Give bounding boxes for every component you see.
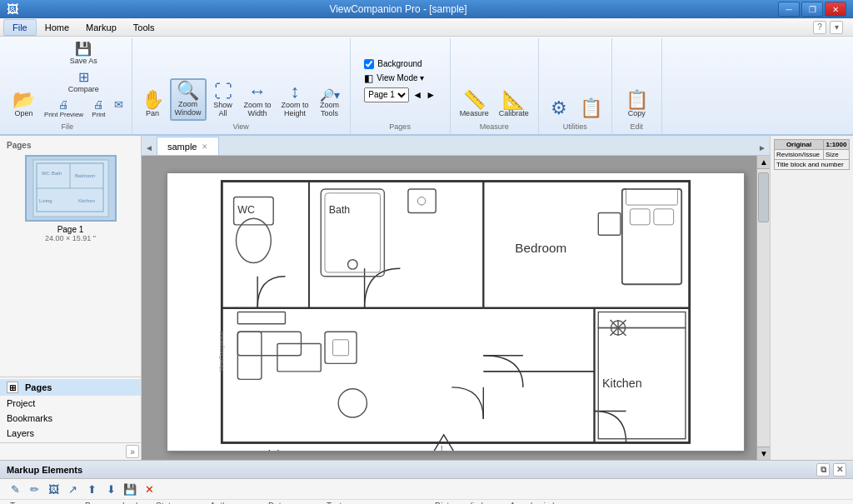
zoom-window-button[interactable]: 🔍 ZoomWindow — [170, 78, 207, 121]
sidebar-tab-pages[interactable]: ⊞ Pages — [0, 379, 141, 396]
markup-panel: Markup Elements ⧉ ✕ ✎ ✏ 🖼 ↗ ⬆ ⬇ 💾 ✕ Type… — [0, 460, 853, 504]
pages-group-label: Pages — [389, 122, 411, 132]
svg-text:ViewCompanion: ViewCompanion — [218, 331, 225, 372]
view-mode-label: View Mode ▾ — [377, 73, 424, 82]
view-group-label: View — [232, 122, 248, 132]
svg-text:!: ! — [441, 444, 442, 451]
markup-float-btn[interactable]: ⧉ — [816, 463, 830, 477]
minimize-button[interactable]: ─ — [778, 2, 800, 17]
markup-title: Markup Elements — [7, 465, 82, 475]
restore-button[interactable]: ❐ — [801, 2, 823, 17]
svg-text:Living: Living — [39, 198, 52, 203]
markup-add-btn[interactable]: ✎ — [7, 481, 23, 497]
zoom-tools-button[interactable]: 🔎▾ ZoomTools — [315, 87, 345, 121]
menu-file[interactable]: File — [3, 19, 37, 36]
sidebar: Pages WC Bath Bedroom Living — [0, 136, 142, 460]
ribbon-help-btn[interactable]: ? — [813, 21, 826, 34]
right-panel-table: Original 1:1000 Revision/Issue Size Titl… — [774, 139, 850, 170]
page-nav-next[interactable]: ► — [426, 89, 436, 101]
utilities-group-label: Utilities — [563, 122, 587, 132]
file-group-label: File — [62, 122, 74, 132]
sidebar-collapse-btn[interactable]: » — [126, 445, 139, 458]
pages-panel-label: Pages — [3, 139, 137, 152]
menu-tools[interactable]: Tools — [125, 19, 163, 36]
sidebar-tabs: ⊞ Pages Project Bookmarks Layers — [0, 377, 141, 442]
project-tab-label: Project — [7, 398, 35, 408]
markup-toolbar: ✎ ✏ 🖼 ↗ ⬆ ⬇ 💾 ✕ — [0, 479, 853, 500]
tab-nav-left[interactable]: ◄ — [142, 140, 157, 155]
right-panel: Original 1:1000 Revision/Issue Size Titl… — [770, 136, 853, 460]
measure-button[interactable]: 📏 Measure — [456, 88, 493, 121]
page-label: Page 1 — [45, 225, 96, 234]
measure-group-label: Measure — [480, 122, 509, 132]
pages-panel: Pages WC Bath Bedroom Living — [0, 136, 141, 377]
markup-edit-btn[interactable]: ✏ — [26, 481, 42, 497]
menu-home[interactable]: Home — [37, 19, 77, 36]
print-button[interactable]: 🖨 Print — [88, 97, 108, 121]
svg-text:Bath: Bath — [329, 204, 351, 216]
calibrate-button[interactable]: 📐 Calibrate — [495, 88, 533, 121]
zoom-width-button[interactable]: ↔ Zoom toWidth — [240, 80, 276, 121]
scroll-up-btn[interactable]: ▲ — [757, 156, 770, 169]
scroll-down-btn[interactable]: ▼ — [757, 447, 770, 460]
svg-text:Bedroom: Bedroom — [75, 173, 95, 178]
close-button[interactable]: ✕ — [825, 2, 846, 17]
open-button[interactable]: 📂 Open — [8, 88, 39, 121]
layers-tab-label: Layers — [7, 428, 34, 438]
page-size: 24.00 × 15.91 " — [45, 234, 96, 242]
svg-text:Kitchen: Kitchen — [78, 198, 95, 203]
markup-header: Markup Elements ⧉ ✕ — [0, 461, 853, 479]
save-as-button[interactable]: 💾 Save As — [41, 40, 127, 67]
svg-text:WC: WC — [237, 204, 255, 216]
svg-text:Living Room: Living Room — [262, 448, 327, 451]
edit-group-label: Edit — [630, 122, 643, 132]
markup-save-btn[interactable]: 💾 — [122, 481, 138, 497]
sidebar-tab-layers[interactable]: Layers — [0, 426, 141, 441]
markup-down-btn[interactable]: ⬇ — [102, 481, 119, 497]
copy-button[interactable]: 📋 Copy — [621, 88, 652, 121]
svg-text:WC Bath: WC Bath — [42, 171, 62, 176]
ribbon-options-btn[interactable]: ▾ — [830, 21, 843, 34]
title-bar-title: ViewCompanion Pro - [sample] — [18, 3, 778, 15]
tab-bar: ◄ sample ✕ ► — [142, 136, 770, 156]
ribbon-group-utilities: ⚙ 📋 Utilities — [539, 38, 612, 134]
markup-image-btn[interactable]: 🖼 — [45, 481, 62, 497]
zoom-height-button[interactable]: ↕ Zoom toHeight — [277, 80, 313, 121]
markup-arrow-btn[interactable]: ↗ — [64, 481, 81, 497]
utilities-btn2[interactable]: 📋 — [576, 97, 606, 121]
markup-up-btn[interactable]: ⬆ — [83, 481, 100, 497]
page-thumbnail: WC Bath Bedroom Living Kitchen Page 1 24… — [3, 155, 137, 242]
background-label: Background — [377, 59, 422, 68]
svg-text:Kitchen: Kitchen — [602, 377, 642, 390]
page-nav-prev[interactable]: ◄ — [412, 89, 422, 101]
email-button[interactable]: ✉ — [111, 97, 127, 121]
content-area: ◄ sample ✕ ► — [142, 136, 770, 460]
scroll-thumb[interactable] — [758, 172, 769, 222]
markup-delete-btn[interactable]: ✕ — [141, 481, 157, 497]
pan-button[interactable]: ✋ Pan — [137, 88, 168, 121]
tab-nav-right[interactable]: ► — [755, 140, 770, 155]
drawing-canvas[interactable]: 40.00 ! WC Bath Bedroom Living Room Kitc… — [142, 156, 770, 460]
doc-tab-label: sample — [167, 142, 197, 152]
compare-button[interactable]: ⊞ Compare — [41, 68, 127, 96]
ribbon: 📂 Open 💾 Save As ⊞ Compare 🖨 Print Previ… — [0, 37, 853, 136]
markup-columns: Type Page Lock Status Author Date Text D… — [0, 500, 853, 504]
view-mode-icon: ◧ — [364, 72, 373, 84]
ribbon-group-pages: Background ◧ View Mode ▾ Page 1 ◄ ► Page… — [351, 38, 451, 134]
print-preview-button[interactable]: 🖨 Print Preview — [41, 97, 87, 121]
doc-tab-close[interactable]: ✕ — [202, 142, 208, 151]
show-all-button[interactable]: ⛶ ShowAll — [208, 80, 238, 121]
doc-tab-sample[interactable]: sample ✕ — [157, 137, 219, 155]
page-selector[interactable]: Page 1 — [364, 87, 409, 102]
menu-bar: File Home Markup Tools ? ▾ — [0, 18, 853, 37]
ribbon-group-view: ✋ Pan 🔍 ZoomWindow ⛶ ShowAll ↔ Zoom toWi… — [132, 38, 351, 134]
scrollbar-vertical[interactable]: ▲ ▼ — [756, 156, 770, 460]
title-bar: 🖼 ViewCompanion Pro - [sample] ─ ❐ ✕ — [0, 0, 853, 18]
title-controls: ─ ❐ ✕ — [778, 2, 846, 17]
menu-markup[interactable]: Markup — [77, 19, 125, 36]
sidebar-tab-project[interactable]: Project — [0, 396, 141, 411]
sidebar-tab-bookmarks[interactable]: Bookmarks — [0, 411, 141, 426]
utilities-btn1[interactable]: ⚙ — [544, 97, 574, 121]
markup-close-btn[interactable]: ✕ — [833, 463, 846, 477]
background-checkbox[interactable] — [364, 59, 374, 69]
